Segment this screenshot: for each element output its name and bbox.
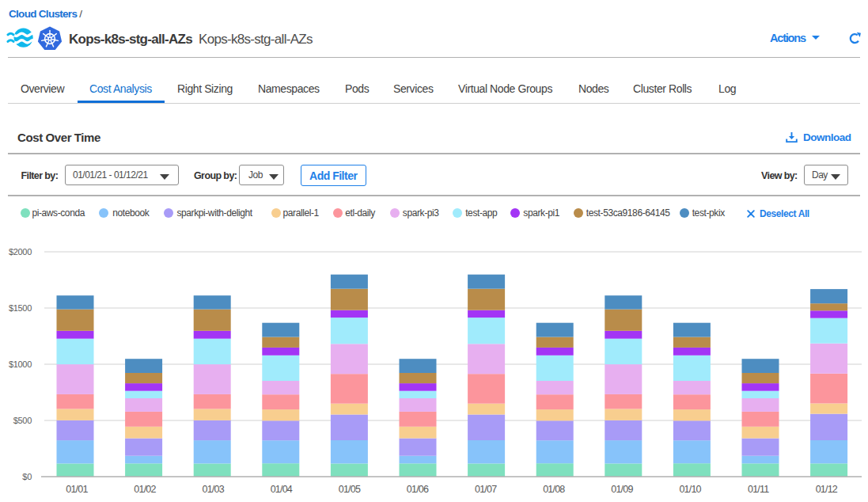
svg-text:$500: $500 [13, 416, 32, 425]
svg-text:01/04: 01/04 [271, 484, 293, 495]
svg-text:01/02: 01/02 [134, 484, 156, 495]
svg-text:01/10: 01/10 [679, 484, 701, 495]
svg-text:01/03: 01/03 [203, 484, 225, 495]
svg-text:01/09: 01/09 [611, 484, 633, 495]
svg-text:01/08: 01/08 [543, 484, 565, 495]
svg-text:$1000: $1000 [9, 359, 32, 369]
svg-text:$0: $0 [22, 472, 32, 481]
svg-text:01/01: 01/01 [66, 484, 88, 495]
svg-text:01/11: 01/11 [748, 484, 769, 495]
svg-text:$2000: $2000 [9, 247, 32, 257]
svg-text:01/06: 01/06 [407, 484, 429, 495]
svg-text:01/05: 01/05 [339, 484, 361, 495]
svg-text:$1500: $1500 [9, 303, 32, 313]
svg-text:01/12: 01/12 [816, 484, 838, 495]
svg-text:01/07: 01/07 [475, 484, 497, 495]
